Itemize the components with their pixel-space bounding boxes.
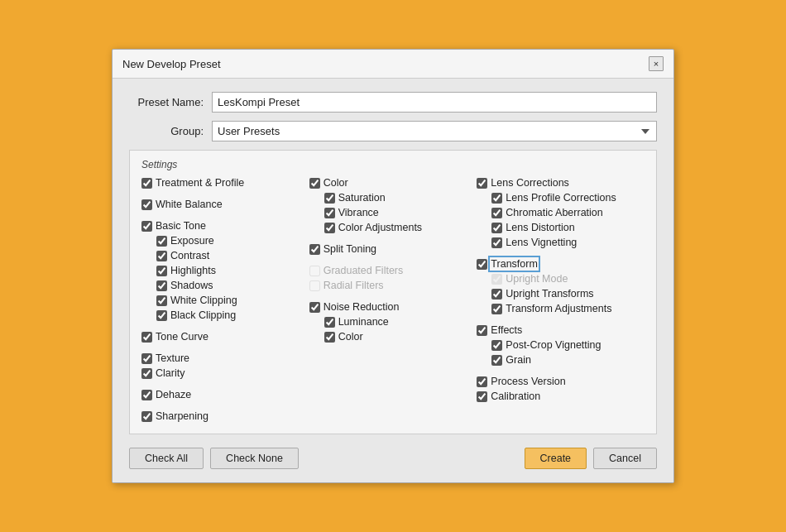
cb-split-toning: Split Toning bbox=[309, 243, 469, 255]
cb-dehaze-input[interactable] bbox=[141, 390, 152, 400]
cb-post-crop-input[interactable] bbox=[491, 340, 502, 351]
cb-transform-input[interactable] bbox=[477, 259, 487, 270]
cb-shadows-input[interactable] bbox=[156, 280, 167, 291]
cb-black-clipping-label: Black Clipping bbox=[170, 309, 236, 321]
cb-upright-mode-input[interactable] bbox=[491, 274, 502, 285]
cb-dehaze-label: Dehaze bbox=[156, 389, 191, 400]
cb-chromatic-aberration: Chromatic Aberration bbox=[477, 207, 636, 218]
cb-texture-input[interactable] bbox=[141, 353, 152, 364]
cb-luminance: Luminance bbox=[309, 316, 469, 328]
group-select[interactable]: User Presets Default bbox=[212, 121, 657, 141]
cb-vibrance-label: Vibrance bbox=[338, 207, 379, 218]
cb-color-noise-label: Color bbox=[338, 331, 363, 343]
cb-effects-input[interactable] bbox=[477, 325, 487, 336]
cb-sharpening: Sharpening bbox=[141, 410, 301, 422]
cb-exposure-label: Exposure bbox=[170, 235, 214, 247]
cb-black-clipping-input[interactable] bbox=[156, 310, 167, 321]
cb-saturation-input[interactable] bbox=[324, 193, 335, 204]
cb-lens-corrections-input[interactable] bbox=[477, 178, 487, 189]
cb-exposure-input[interactable] bbox=[156, 236, 167, 247]
cb-transform-adjustments: Transform Adjustments bbox=[477, 303, 636, 314]
group-label: Group: bbox=[129, 125, 212, 137]
cb-radial-filters: Radial Filters bbox=[309, 280, 469, 291]
cb-lens-profile: Lens Profile Corrections bbox=[477, 192, 636, 204]
preset-name-input[interactable] bbox=[212, 92, 657, 113]
cb-graduated-filters-input[interactable] bbox=[309, 266, 320, 276]
cb-color-input[interactable] bbox=[309, 178, 320, 189]
cb-grain-label: Grain bbox=[506, 354, 531, 366]
cb-grain: Grain bbox=[477, 354, 636, 366]
cb-lens-profile-label: Lens Profile Corrections bbox=[506, 192, 616, 204]
cb-basic-tone-label: Basic Tone bbox=[156, 220, 206, 232]
cb-white-balance-label: White Balance bbox=[156, 199, 223, 210]
cb-upright-transforms: Upright Transforms bbox=[477, 288, 636, 300]
cb-clarity-input[interactable] bbox=[141, 368, 152, 379]
cb-treatment-profile-input[interactable] bbox=[141, 178, 152, 189]
cb-saturation: Saturation bbox=[309, 192, 469, 204]
settings-title: Settings bbox=[141, 159, 645, 170]
preset-name-label: Preset Name: bbox=[129, 96, 212, 108]
cancel-button[interactable]: Cancel bbox=[593, 448, 657, 469]
cb-radial-filters-input[interactable] bbox=[309, 280, 320, 291]
cb-lens-vignetting-input[interactable] bbox=[491, 237, 502, 248]
cb-highlights-input[interactable] bbox=[156, 266, 167, 276]
cb-sharpening-input[interactable] bbox=[141, 411, 152, 422]
cb-calibration: Calibration bbox=[477, 391, 636, 402]
cb-effects-label: Effects bbox=[491, 324, 522, 336]
cb-contrast-label: Contrast bbox=[170, 250, 209, 261]
cb-vibrance-input[interactable] bbox=[324, 208, 335, 218]
cb-color-adjustments-label: Color Adjustments bbox=[338, 222, 422, 233]
cb-tone-curve-input[interactable] bbox=[141, 332, 152, 343]
cb-noise-reduction-label: Noise Reduction bbox=[324, 301, 400, 313]
cb-treatment-profile-label: Treatment & Profile bbox=[156, 177, 244, 189]
col-3: Lens Corrections Lens Profile Correction… bbox=[477, 177, 645, 425]
cb-shadows: Shadows bbox=[141, 280, 301, 291]
cb-process-version-label: Process Version bbox=[491, 376, 565, 387]
cb-upright-transforms-input[interactable] bbox=[491, 289, 502, 300]
dialog: New Develop Preset × Preset Name: Group:… bbox=[112, 49, 674, 483]
cb-upright-mode-label: Upright Mode bbox=[506, 273, 568, 285]
cb-color-adjustments-input[interactable] bbox=[324, 223, 335, 233]
cb-lens-distortion-input[interactable] bbox=[491, 223, 502, 233]
cb-treatment-profile: Treatment & Profile bbox=[141, 177, 301, 189]
cb-graduated-filters: Graduated Filters bbox=[309, 265, 469, 276]
col-2: Color Saturation Vibrance Color Adjustme… bbox=[309, 177, 477, 425]
cb-lens-profile-input[interactable] bbox=[491, 193, 502, 204]
close-button[interactable]: × bbox=[649, 56, 664, 71]
cb-post-crop-label: Post-Crop Vignetting bbox=[506, 339, 601, 351]
cb-grain-input[interactable] bbox=[491, 355, 502, 366]
settings-section: Settings Treatment & Profile White Balan… bbox=[129, 150, 657, 434]
cb-color-adjustments: Color Adjustments bbox=[309, 222, 469, 233]
cb-saturation-label: Saturation bbox=[338, 192, 386, 204]
check-none-button[interactable]: Check None bbox=[210, 448, 299, 469]
cb-calibration-input[interactable] bbox=[477, 391, 487, 402]
cb-split-toning-input[interactable] bbox=[309, 244, 320, 255]
cb-process-version-input[interactable] bbox=[477, 376, 487, 387]
cb-basic-tone-input[interactable] bbox=[141, 221, 152, 232]
cb-chromatic-aberration-input[interactable] bbox=[491, 208, 502, 218]
cb-transform: Transform bbox=[477, 258, 636, 270]
cb-transform-adjustments-label: Transform Adjustments bbox=[506, 303, 611, 314]
cb-luminance-input[interactable] bbox=[324, 317, 335, 328]
title-bar: New Develop Preset × bbox=[113, 50, 673, 79]
cb-texture-label: Texture bbox=[156, 352, 189, 364]
cb-transform-adjustments-input[interactable] bbox=[491, 304, 502, 314]
cb-lens-corrections: Lens Corrections bbox=[477, 177, 636, 189]
cb-lens-vignetting: Lens Vignetting bbox=[477, 237, 636, 248]
cb-upright-transforms-label: Upright Transforms bbox=[506, 288, 593, 300]
cb-contrast-input[interactable] bbox=[156, 251, 167, 261]
col-1: Treatment & Profile White Balance Basic … bbox=[141, 177, 309, 425]
cb-noise-reduction-input[interactable] bbox=[309, 302, 320, 313]
cb-white-balance-input[interactable] bbox=[141, 199, 152, 210]
dialog-title: New Develop Preset bbox=[122, 58, 221, 70]
cb-sharpening-label: Sharpening bbox=[156, 410, 208, 422]
cb-process-version: Process Version bbox=[477, 376, 636, 387]
check-all-button[interactable]: Check All bbox=[129, 448, 204, 469]
footer-left-buttons: Check All Check None bbox=[129, 448, 299, 469]
cb-lens-corrections-label: Lens Corrections bbox=[491, 177, 569, 189]
cb-color-noise-input[interactable] bbox=[324, 332, 335, 343]
cb-basic-tone: Basic Tone bbox=[141, 220, 301, 232]
cb-highlights-label: Highlights bbox=[170, 265, 216, 276]
cb-white-clipping-input[interactable] bbox=[156, 295, 167, 306]
create-button[interactable]: Create bbox=[525, 448, 587, 469]
